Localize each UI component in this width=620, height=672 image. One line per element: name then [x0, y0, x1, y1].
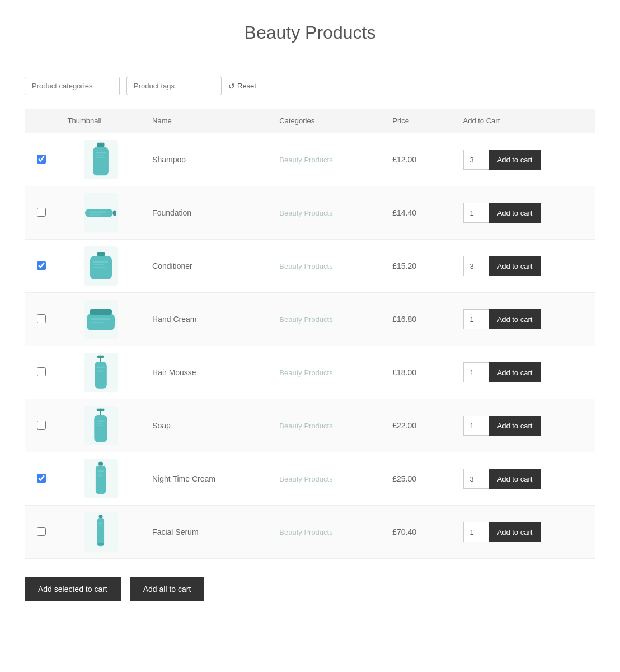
svg-point-39 [97, 543, 104, 545]
row-addtocart-cell: Add to cart [454, 133, 596, 186]
row-checkbox-cell [25, 186, 59, 240]
row-checkbox-8[interactable] [37, 527, 46, 536]
row-checkbox-1[interactable] [37, 155, 46, 164]
svg-rect-33 [98, 473, 102, 474]
qty-input-8[interactable] [463, 522, 489, 542]
qty-input-3[interactable] [463, 256, 489, 276]
row-checkbox-cell [25, 133, 59, 186]
qty-input-2[interactable] [463, 203, 489, 223]
add-to-cart-button-7[interactable]: Add to cart [489, 469, 542, 489]
cart-control-8: Add to cart [463, 522, 587, 542]
reset-button[interactable]: ↺ Reset [228, 82, 256, 91]
row-checkbox-6[interactable] [37, 421, 46, 430]
add-to-cart-button-6[interactable]: Add to cart [489, 416, 542, 436]
add-to-cart-button-4[interactable]: Add to cart [489, 309, 542, 329]
row-checkbox-cell [25, 452, 59, 506]
row-checkbox-cell [25, 346, 59, 399]
add-to-cart-button-5[interactable]: Add to cart [489, 362, 542, 382]
svg-rect-6 [113, 210, 116, 216]
svg-rect-17 [91, 322, 105, 323]
filters-bar: ↺ Reset [25, 77, 595, 95]
row-category-cell: Beauty Products [270, 133, 383, 186]
svg-rect-32 [98, 470, 104, 472]
row-name-cell: Hair Mousse [143, 346, 270, 399]
svg-rect-22 [97, 369, 102, 370]
svg-rect-37 [99, 522, 103, 524]
qty-input-6[interactable] [463, 416, 489, 436]
cart-control-1: Add to cart [463, 150, 587, 170]
svg-rect-27 [97, 420, 105, 422]
svg-rect-23 [97, 371, 104, 372]
add-to-cart-button-2[interactable]: Add to cart [489, 203, 542, 223]
cart-control-4: Add to cart [463, 309, 587, 329]
row-checkbox-cell [25, 399, 59, 452]
row-addtocart-cell: Add to cart [454, 186, 596, 240]
th-name: Name [143, 109, 270, 133]
row-checkbox-cell [25, 506, 59, 559]
qty-input-5[interactable] [463, 362, 489, 382]
add-all-to-cart-button[interactable]: Add all to cart [130, 577, 205, 601]
row-checkbox-4[interactable] [37, 314, 46, 323]
svg-rect-30 [98, 461, 103, 465]
table-row: Foundation Beauty Products £14.40 Add to… [25, 186, 595, 240]
row-category-cell: Beauty Products [270, 452, 383, 506]
svg-rect-11 [93, 261, 108, 263]
row-thumbnail-cell [59, 186, 143, 240]
row-checkbox-3[interactable] [37, 261, 46, 270]
row-category-cell: Beauty Products [270, 186, 383, 240]
svg-rect-31 [96, 465, 106, 493]
product-thumbnail-7 [84, 459, 118, 498]
row-thumbnail-cell [59, 506, 143, 559]
add-selected-to-cart-button[interactable]: Add selected to cart [25, 577, 121, 601]
row-checkbox-5[interactable] [37, 367, 46, 376]
product-thumbnail-2 [84, 193, 118, 232]
row-price-cell: £18.00 [383, 346, 454, 399]
svg-rect-2 [96, 152, 106, 153]
table-row: Facial Serum Beauty Products £70.40 Add … [25, 506, 595, 559]
svg-rect-9 [97, 252, 105, 256]
add-to-cart-button-8[interactable]: Add to cart [489, 522, 542, 542]
row-addtocart-cell: Add to cart [454, 240, 596, 293]
row-name-cell: Conditioner [143, 240, 270, 293]
svg-rect-1 [93, 147, 109, 175]
table-row: Hair Mousse Beauty Products £18.00 Add t… [25, 346, 595, 399]
row-name-cell: Hand Cream [143, 293, 270, 346]
th-thumbnail: Thumbnail [59, 109, 143, 133]
svg-rect-34 [98, 475, 104, 477]
row-thumbnail-cell [59, 452, 143, 506]
row-name-cell: Night Time Cream [143, 452, 270, 506]
th-addtocart: Add to Cart [454, 109, 596, 133]
row-category-cell: Beauty Products [270, 346, 383, 399]
row-category-cell: Beauty Products [270, 240, 383, 293]
table-row: Shampoo Beauty Products £12.00 Add to ca… [25, 133, 595, 186]
table-body: Shampoo Beauty Products £12.00 Add to ca… [25, 133, 595, 559]
row-checkbox-2[interactable] [37, 208, 46, 217]
product-tags-input[interactable] [126, 77, 222, 95]
row-checkbox-7[interactable] [37, 474, 46, 483]
footer-actions: Add selected to cart Add all to cart [25, 572, 595, 601]
svg-rect-7 [90, 211, 106, 213]
row-thumbnail-cell [59, 240, 143, 293]
table-header: Thumbnail Name Categories Price Add to C… [25, 109, 595, 133]
qty-input-7[interactable] [463, 469, 489, 489]
page-title: Beauty Products [25, 22, 595, 43]
table-row: Soap Beauty Products £22.00 Add to cart [25, 399, 595, 452]
page-wrapper: Beauty Products ↺ Reset Thumbnail Name C… [13, 0, 607, 635]
product-categories-input[interactable] [25, 77, 120, 95]
th-checkbox [25, 109, 59, 133]
product-table: Thumbnail Name Categories Price Add to C… [25, 109, 595, 559]
svg-rect-21 [97, 366, 105, 368]
th-categories: Categories [270, 109, 383, 133]
table-row: Night Time Cream Beauty Products £25.00 … [25, 452, 595, 506]
qty-input-4[interactable] [463, 309, 489, 329]
row-name-cell: Soap [143, 399, 270, 452]
qty-input-1[interactable] [463, 150, 489, 170]
row-thumbnail-cell [59, 293, 143, 346]
product-thumbnail-6 [84, 406, 118, 445]
row-addtocart-cell: Add to cart [454, 346, 596, 399]
cart-control-3: Add to cart [463, 256, 587, 276]
product-thumbnail-1 [84, 140, 118, 179]
add-to-cart-button-3[interactable]: Add to cart [489, 256, 542, 276]
reset-label: Reset [237, 82, 256, 90]
add-to-cart-button-1[interactable]: Add to cart [489, 150, 542, 170]
